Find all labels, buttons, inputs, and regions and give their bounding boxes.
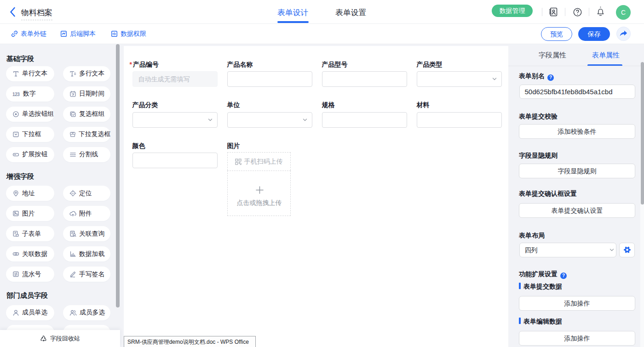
svg-text:123: 123 — [12, 91, 20, 97]
